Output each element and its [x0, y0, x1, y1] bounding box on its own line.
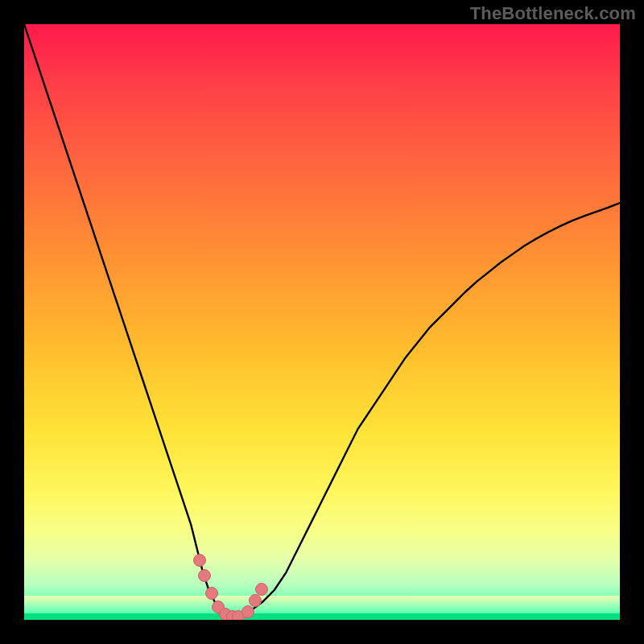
data-marker [255, 583, 268, 596]
watermark-text: TheBottleneck.com [470, 3, 636, 24]
data-marker [242, 605, 254, 618]
data-marker [249, 594, 262, 607]
data-marker [205, 587, 218, 600]
data-marker [193, 554, 206, 567]
bottleneck-curve [24, 24, 620, 620]
chart-frame: TheBottleneck.com [0, 0, 644, 644]
plot-area [24, 24, 620, 620]
data-marker [198, 569, 211, 582]
